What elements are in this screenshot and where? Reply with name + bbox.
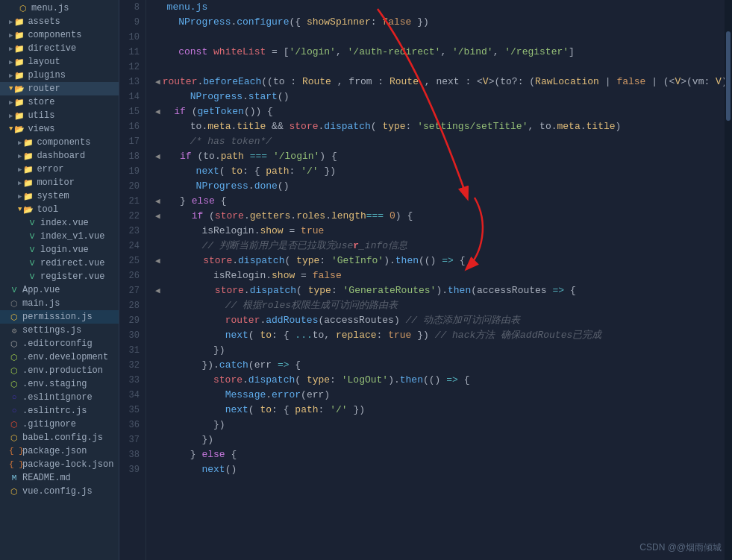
scrollbar-thumb[interactable] bbox=[726, 31, 731, 121]
chevron-icon: ▶ bbox=[9, 98, 13, 107]
sidebar-item-gitignore[interactable]: ⬡ .gitignore bbox=[0, 418, 119, 431]
scrollbar-track[interactable] bbox=[725, 0, 732, 560]
sidebar-label: components bbox=[28, 30, 81, 40]
sidebar-item-layout[interactable]: ▶ 📁 layout bbox=[0, 55, 119, 69]
sidebar-item-redirect-vue[interactable]: V redirect.vue bbox=[0, 257, 119, 270]
json-file-icon: { } bbox=[9, 460, 19, 469]
chevron-icon: ▶ bbox=[18, 166, 22, 174]
sidebar-item-assets[interactable]: ▶ 📁 assets bbox=[0, 15, 119, 28]
env-file-icon: ⬡ bbox=[9, 380, 19, 389]
sidebar-item-vue-config[interactable]: ⬡ vue.config.js bbox=[0, 485, 119, 498]
line-num-15: 15 bbox=[119, 104, 140, 119]
sidebar-label: .env.development bbox=[22, 352, 108, 362]
sidebar-label: .env.staging bbox=[22, 379, 87, 389]
folder-open-icon: 📂 bbox=[14, 84, 25, 94]
code-line-32: }).catch(err => { bbox=[155, 358, 725, 373]
sidebar-item-env-staging[interactable]: ⬡ .env.staging bbox=[0, 377, 119, 391]
line-num-31: 31 bbox=[119, 343, 140, 358]
sidebar-label: permission.js bbox=[22, 312, 93, 322]
config-file-icon: ⬡ bbox=[9, 339, 19, 349]
code-line-25: ◀ store.dispatch( type: 'GetInfo').then(… bbox=[155, 254, 725, 268]
sidebar-item-views[interactable]: ▼ 📂 views bbox=[0, 122, 119, 136]
code-line-28: // 根据roles权限生成可访问的路由表 bbox=[155, 298, 725, 313]
sidebar-label: register.vue bbox=[40, 271, 104, 282]
vue-file-icon: V bbox=[27, 232, 37, 241]
sidebar-item-views-error[interactable]: ▶ 📁 error bbox=[0, 163, 119, 176]
sidebar-item-babel-config[interactable]: ⬡ babel.config.js bbox=[0, 431, 119, 444]
line-num-21: 21 bbox=[119, 194, 140, 209]
sidebar-item-views-tool[interactable]: ▼ 📂 tool bbox=[0, 203, 119, 216]
folder-icon: 📁 bbox=[23, 165, 34, 174]
sidebar-label: assets bbox=[28, 16, 60, 27]
sidebar-item-package-json[interactable]: { } package.json bbox=[0, 444, 119, 458]
folder-icon: 📁 bbox=[23, 138, 34, 148]
code-line-33: store.dispatch( type: 'LogOut').then(() … bbox=[155, 373, 725, 388]
sidebar-item-utils[interactable]: ▶ 📁 utils bbox=[0, 109, 119, 122]
sidebar-item-index-v1-vue[interactable]: V index_v1.vue bbox=[0, 230, 119, 243]
line-num-12: 12 bbox=[119, 60, 140, 75]
json-file-icon: { } bbox=[9, 447, 19, 456]
line-num-9: 9 bbox=[119, 15, 140, 30]
sidebar-item-components[interactable]: ▶ 📁 components bbox=[0, 28, 119, 42]
sidebar-item-permission-js[interactable]: ⬡ permission.js bbox=[0, 310, 119, 324]
sidebar-item-store[interactable]: ▶ 📁 store bbox=[0, 95, 119, 109]
code-line-21: ◀ } else { bbox=[155, 194, 725, 209]
vue-file-icon: V bbox=[27, 245, 37, 254]
folder-icon: 📁 bbox=[14, 31, 25, 40]
code-line-34: Message.error(err) bbox=[155, 388, 725, 403]
sidebar-label: monitor bbox=[37, 177, 74, 188]
sidebar-label: tool bbox=[37, 204, 58, 215]
code-line-20: NProgress.done() bbox=[155, 179, 725, 194]
file-explorer[interactable]: ⬡ menu.js ▶ 📁 assets ▶ 📁 components ▶ 📁 … bbox=[0, 0, 119, 560]
sidebar-item-settings-js[interactable]: ⚙ settings.js bbox=[0, 324, 119, 337]
sidebar-item-env-prod[interactable]: ⬡ .env.production bbox=[0, 364, 119, 377]
chevron-icon: ▶ bbox=[18, 152, 22, 160]
sidebar-label: menu.js bbox=[31, 3, 69, 13]
sidebar-label: babel.config.js bbox=[22, 432, 103, 443]
line-num-33: 33 bbox=[119, 373, 140, 388]
sidebar-item-app-vue[interactable]: V App.vue bbox=[0, 283, 119, 297]
code-line-39: next() bbox=[155, 462, 725, 477]
sidebar-item-views-components[interactable]: ▶ 📁 components bbox=[0, 136, 119, 149]
sidebar-item-register-vue[interactable]: V register.vue bbox=[0, 270, 119, 283]
sidebar-item-plugins[interactable]: ▶ 📁 plugins bbox=[0, 69, 119, 82]
line-num-39: 39 bbox=[119, 462, 140, 477]
sidebar-label: index_v1.vue bbox=[40, 231, 104, 242]
code-line-24: // 判断当前用户是否已拉取完user_info信息 bbox=[155, 239, 725, 254]
sidebar-item-main-js[interactable]: ⬡ main.js bbox=[0, 297, 119, 310]
chevron-icon: ▶ bbox=[9, 45, 13, 53]
vue-file-icon: V bbox=[27, 218, 37, 227]
folder-icon: 📁 bbox=[23, 192, 34, 201]
sidebar-item-eslintrc[interactable]: ○ .eslintrc.js bbox=[0, 404, 119, 418]
sidebar-item-index-vue[interactable]: V index.vue bbox=[0, 216, 119, 230]
sidebar-item-login-vue[interactable]: V login.vue bbox=[0, 243, 119, 257]
folder-open-icon: 📂 bbox=[23, 205, 34, 215]
code-line-11: const whiteList = ['/login', '/auth-redi… bbox=[155, 45, 725, 60]
sidebar-item-editorconfig[interactable]: ⬡ .editorconfig bbox=[0, 337, 119, 350]
code-line-30: next( to: { ...to, replace: true }) // h… bbox=[155, 328, 725, 343]
code-line-9: NProgress.configure({ showSpinner: false… bbox=[155, 15, 725, 30]
vue-file-icon: V bbox=[9, 286, 19, 295]
code-line-8: menu.js bbox=[155, 0, 725, 15]
sidebar-item-readme[interactable]: M README.md bbox=[0, 471, 119, 485]
sidebar-label: layout bbox=[28, 57, 60, 67]
sidebar-label: settings.js bbox=[22, 325, 81, 336]
line-num-8: 8 bbox=[119, 0, 140, 15]
eslint-file-icon: ○ bbox=[9, 393, 19, 402]
eslint-file-icon: ○ bbox=[9, 406, 19, 415]
sidebar-item-eslintignore[interactable]: ○ .eslintignore bbox=[0, 391, 119, 404]
sidebar-item-directive[interactable]: ▶ 📁 directive bbox=[0, 42, 119, 55]
sidebar-item-router[interactable]: ▼ 📂 router bbox=[0, 82, 119, 95]
folder-icon: 📁 bbox=[14, 17, 25, 27]
sidebar-item-views-system[interactable]: ▶ 📁 system bbox=[0, 189, 119, 203]
code-line-22: ◀ if (store.getters.roles.length=== 0) { bbox=[155, 209, 725, 224]
code-line-12 bbox=[155, 60, 725, 75]
sidebar-item-package-lock[interactable]: { } package-lock.json bbox=[0, 458, 119, 471]
sidebar-item-views-dashboard[interactable]: ▶ 📁 dashboard bbox=[0, 149, 119, 163]
sidebar-item-menu-js[interactable]: ⬡ menu.js bbox=[0, 1, 119, 15]
line-num-28: 28 bbox=[119, 298, 140, 313]
line-num-34: 34 bbox=[119, 388, 140, 403]
sidebar-item-views-monitor[interactable]: ▶ 📁 monitor bbox=[0, 176, 119, 189]
code-content[interactable]: menu.js NProgress.configure({ showSpinne… bbox=[146, 0, 725, 560]
sidebar-item-env-dev[interactable]: ⬡ .env.development bbox=[0, 350, 119, 364]
